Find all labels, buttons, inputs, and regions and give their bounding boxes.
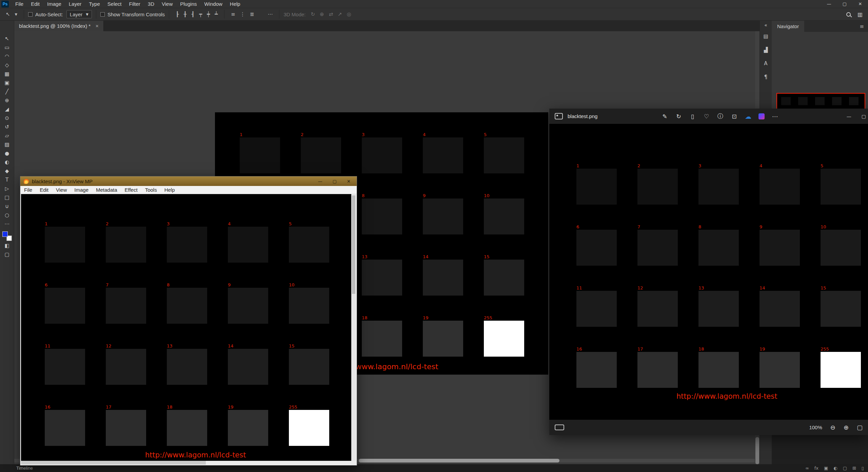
- adjustment-layer-icon[interactable]: ◐: [833, 466, 837, 471]
- auto-select-target-combo[interactable]: Layer ▾: [66, 10, 92, 18]
- toolbar-more[interactable]: ⋯: [0, 220, 14, 228]
- paragraph-panel-icon[interactable]: ¶: [760, 70, 772, 84]
- distribute-horizontal-icon[interactable]: ⋮: [238, 11, 248, 17]
- ps-menu-help[interactable]: Help: [226, 0, 244, 8]
- ps-menu-select[interactable]: Select: [104, 0, 125, 8]
- align-center-h-icon[interactable]: ╂: [181, 11, 189, 17]
- more-options-icon[interactable]: ⋯: [265, 11, 275, 17]
- xnview-vscroll-thumb[interactable]: [352, 195, 355, 294]
- align-left-icon[interactable]: ┠: [173, 11, 181, 17]
- slideshow-icon[interactable]: ⊡: [731, 113, 738, 120]
- move-tool[interactable]: ↖: [0, 34, 14, 43]
- tab-close-icon[interactable]: ✕: [95, 24, 99, 29]
- timeline-panel-tab[interactable]: Timeline: [16, 466, 33, 471]
- align-top-icon[interactable]: ┯: [197, 11, 204, 17]
- xn-menu-view[interactable]: View: [52, 186, 71, 194]
- fit-to-window-icon[interactable]: ▢: [857, 424, 863, 431]
- histogram-icon[interactable]: ▟: [760, 43, 772, 57]
- marquee-tool[interactable]: ▭: [0, 43, 14, 52]
- clone-stamp-tool[interactable]: ⊙: [0, 114, 14, 122]
- xn-menu-file[interactable]: File: [20, 186, 36, 194]
- history-brush-tool[interactable]: ↺: [0, 122, 14, 131]
- minimize-icon[interactable]: —: [821, 0, 837, 8]
- link-layers-icon[interactable]: ∞: [805, 466, 809, 471]
- layer-comps-icon[interactable]: ▤: [760, 30, 772, 43]
- color-swatches[interactable]: [2, 231, 12, 241]
- dodge-tool[interactable]: ◐: [0, 158, 14, 167]
- ps-menu-edit[interactable]: Edit: [27, 0, 43, 8]
- ps-menu-filter[interactable]: Filter: [125, 0, 144, 8]
- auto-select-checkbox[interactable]: [28, 12, 33, 17]
- layer-mask-icon[interactable]: ▣: [824, 466, 828, 471]
- onedrive-icon[interactable]: ☁: [745, 113, 752, 120]
- xn-menu-edit[interactable]: Edit: [36, 186, 52, 194]
- delete-icon[interactable]: ▯: [689, 113, 696, 120]
- layer-group-icon[interactable]: ▢: [843, 466, 847, 471]
- navigator-tab[interactable]: Navigator: [772, 21, 804, 32]
- frame-tool[interactable]: ▣: [0, 78, 14, 87]
- xnview-titlebar[interactable]: blacktest.png - XnView MP — ▢ ✕: [20, 176, 357, 186]
- close-icon[interactable]: ✕: [852, 0, 868, 8]
- path-selection-tool[interactable]: ▷: [0, 184, 14, 193]
- eraser-tool[interactable]: ▱: [0, 131, 14, 140]
- xn-menu-effect[interactable]: Effect: [121, 186, 141, 194]
- show-transform-checkbox[interactable]: [100, 12, 105, 17]
- tool-preset-caret-icon[interactable]: ▾: [13, 11, 20, 17]
- xnview-hscroll-track[interactable]: [21, 461, 357, 465]
- type-tool[interactable]: T: [0, 175, 14, 184]
- hand-tool[interactable]: ∪: [0, 202, 14, 211]
- layer-effects-icon[interactable]: fx: [814, 466, 818, 471]
- zoom-out-icon[interactable]: ⊖: [830, 424, 835, 431]
- eyedropper-tool[interactable]: ╱: [0, 87, 14, 96]
- delete-layer-icon[interactable]: ▯: [862, 466, 864, 471]
- maximize-icon[interactable]: ▢: [862, 114, 866, 119]
- canvas-vscroll-thumb[interactable]: [755, 437, 759, 464]
- gradient-tool[interactable]: ▨: [0, 140, 14, 149]
- screen-mode-toggle[interactable]: ▢: [0, 250, 14, 259]
- collapse-panels-icon[interactable]: «: [760, 21, 772, 30]
- panel-menu-icon[interactable]: ≡: [860, 23, 868, 30]
- more-icon[interactable]: ⋯: [771, 113, 778, 120]
- xnview-vscroll-track[interactable]: [351, 194, 356, 461]
- xn-menu-image[interactable]: Image: [71, 186, 92, 194]
- favorite-icon[interactable]: ♡: [703, 113, 710, 120]
- xn-menu-metadata[interactable]: Metadata: [92, 186, 121, 194]
- photos-image-view[interactable]: http://www.lagom.nl/lcd-test 12345678910…: [549, 124, 868, 420]
- photos-titlebar[interactable]: blacktest.png ✎↻▯♡ⓘ⊡☁⋯ — ▢: [549, 109, 868, 124]
- new-layer-icon[interactable]: ⊞: [852, 466, 856, 471]
- ps-menu-file[interactable]: File: [12, 0, 27, 8]
- character-panel-icon[interactable]: A: [760, 57, 772, 70]
- brush-tool[interactable]: ◢: [0, 105, 14, 114]
- xn-menu-help[interactable]: Help: [161, 186, 179, 194]
- ps-menu-view[interactable]: View: [158, 0, 176, 8]
- quick-selection-tool[interactable]: ◇: [0, 61, 14, 70]
- ps-menu-type[interactable]: Type: [85, 0, 104, 8]
- ps-menu-plugins[interactable]: Plugins: [176, 0, 200, 8]
- zoom-in-icon[interactable]: ⊕: [844, 424, 849, 431]
- rotate-icon[interactable]: ↻: [675, 113, 682, 120]
- filmstrip-toggle-icon[interactable]: [555, 424, 564, 430]
- crop-tool[interactable]: ▦: [0, 70, 14, 78]
- close-icon[interactable]: ✕: [347, 179, 351, 184]
- canvas-hscroll-thumb[interactable]: [359, 459, 559, 462]
- xnview-hscroll-thumb[interactable]: [21, 461, 206, 465]
- xn-menu-tools[interactable]: Tools: [141, 186, 161, 194]
- healing-brush-tool[interactable]: ⊕: [0, 96, 14, 105]
- maximize-icon[interactable]: ▢: [837, 0, 852, 8]
- align-bottom-icon[interactable]: ┷: [212, 11, 220, 17]
- search-icon[interactable]: [846, 12, 851, 17]
- xnview-image-view[interactable]: http://www.lagom.nl/lcd-test 12345678910…: [21, 194, 351, 461]
- align-middle-icon[interactable]: ┿: [204, 11, 212, 17]
- workspace-switcher-icon[interactable]: ▥: [857, 11, 863, 18]
- zoom-tool[interactable]: ○: [0, 211, 14, 220]
- edit-image-icon[interactable]: ✎: [661, 113, 668, 120]
- maximize-icon[interactable]: ▢: [333, 179, 337, 184]
- shape-tool[interactable]: □: [0, 193, 14, 202]
- distribute-spacing-icon[interactable]: ≣: [248, 11, 257, 17]
- minimize-icon[interactable]: —: [318, 179, 322, 184]
- pen-tool[interactable]: ◆: [0, 167, 14, 175]
- ps-menu-window[interactable]: Window: [200, 0, 226, 8]
- designer-icon[interactable]: [758, 113, 765, 119]
- info-icon[interactable]: ⓘ: [717, 112, 724, 120]
- distribute-vertical-icon[interactable]: ≡: [229, 11, 238, 17]
